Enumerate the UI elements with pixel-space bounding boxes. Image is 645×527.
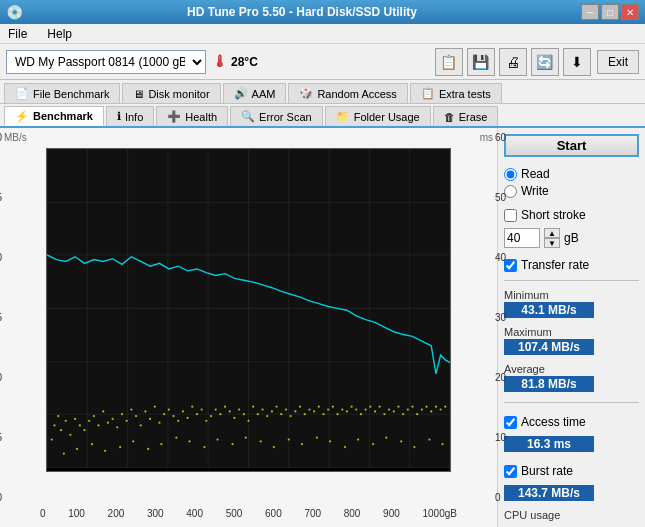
tab-random-access[interactable]: 🎲 Random Access [288, 83, 407, 103]
stroke-down-button[interactable]: ▼ [544, 238, 560, 248]
tab-extra-tests[interactable]: 📋 Extra tests [410, 83, 502, 103]
start-button[interactable]: Start [504, 134, 639, 157]
copy-icon-button[interactable]: 📋 [435, 48, 463, 76]
y-axis-left: 150 125 100 75 50 25 0 [0, 132, 2, 503]
svg-point-58 [229, 410, 231, 412]
svg-point-70 [285, 408, 287, 410]
svg-point-87 [365, 408, 367, 410]
svg-point-27 [83, 429, 85, 431]
main-area: MB/s ms 150 125 100 75 50 25 0 60 50 40 … [0, 128, 645, 527]
svg-point-39 [140, 424, 142, 426]
tabs-row2: ⚡ Benchmark ℹ Info ➕ Health 🔍 Error Scan… [0, 104, 645, 128]
svg-point-41 [149, 418, 151, 420]
tab-disk-monitor[interactable]: 🖥 Disk monitor [122, 83, 220, 103]
maximize-button[interactable]: □ [601, 4, 619, 20]
tab-folder-usage[interactable]: 📁 Folder Usage [325, 106, 431, 126]
write-label: Write [521, 184, 549, 198]
temperature-display: 🌡 28°C [212, 53, 258, 71]
access-time-stat: 16.3 ms [504, 435, 639, 452]
burst-rate-stat: 143.7 MB/s [504, 484, 639, 501]
svg-point-100 [425, 406, 427, 408]
svg-point-86 [360, 413, 362, 415]
read-label: Read [521, 167, 550, 181]
folder-usage-icon: 📁 [336, 110, 350, 123]
tab-erase[interactable]: 🗑 Erase [433, 106, 499, 126]
divider2 [504, 402, 639, 403]
svg-point-34 [116, 426, 118, 428]
tab-benchmark[interactable]: ⚡ Benchmark [4, 106, 104, 126]
svg-point-120 [273, 446, 275, 448]
tab-health[interactable]: ➕ Health [156, 106, 228, 126]
download-icon-button[interactable]: ⬇ [563, 48, 591, 76]
svg-point-108 [104, 450, 106, 452]
write-radio-label[interactable]: Write [504, 184, 639, 198]
svg-point-84 [350, 406, 352, 408]
x-600: 600 [265, 508, 282, 519]
minimum-label: Minimum [504, 289, 639, 301]
file-benchmark-icon: 📄 [15, 87, 29, 100]
tabs-row1: 📄 File Benchmark 🖥 Disk monitor 🔊 AAM 🎲 … [0, 80, 645, 104]
health-icon: ➕ [167, 110, 181, 123]
svg-point-43 [158, 422, 160, 424]
x-400: 400 [186, 508, 203, 519]
svg-point-73 [299, 406, 301, 408]
minimize-button[interactable]: ─ [581, 4, 599, 20]
save-icon-button[interactable]: 💾 [467, 48, 495, 76]
access-time-checkbox-label[interactable]: Access time [504, 415, 639, 429]
exit-button[interactable]: Exit [597, 50, 639, 74]
svg-point-89 [374, 410, 376, 412]
y-left-50: 50 [0, 372, 2, 383]
error-scan-icon: 🔍 [241, 110, 255, 123]
short-stroke-label[interactable]: Short stroke [504, 208, 639, 222]
window-controls: ─ □ ✕ [581, 4, 639, 20]
svg-point-42 [154, 406, 156, 408]
y-right-label: ms [480, 132, 493, 143]
tab-aam[interactable]: 🔊 AAM [223, 83, 287, 103]
burst-rate-checkbox-label[interactable]: Burst rate [504, 464, 639, 478]
svg-point-82 [341, 408, 343, 410]
svg-point-132 [441, 443, 443, 445]
y-left-150: 150 [0, 132, 2, 143]
svg-point-117 [231, 443, 233, 445]
x-500: 500 [226, 508, 243, 519]
refresh-icon-button[interactable]: 🔄 [531, 48, 559, 76]
menu-help[interactable]: Help [43, 26, 76, 42]
divider1 [504, 280, 639, 281]
read-radio-label[interactable]: Read [504, 167, 639, 181]
x-1000: 1000gB [422, 508, 456, 519]
svg-point-116 [216, 438, 218, 440]
svg-point-49 [186, 417, 188, 419]
svg-point-125 [344, 446, 346, 448]
svg-point-90 [379, 406, 381, 408]
drive-select[interactable]: WD My Passport 0814 (1000 gB) [6, 50, 206, 74]
print-icon-button[interactable]: 🖨 [499, 48, 527, 76]
svg-point-77 [318, 406, 320, 408]
svg-point-93 [393, 410, 395, 412]
svg-point-119 [260, 440, 262, 442]
stroke-up-button[interactable]: ▲ [544, 228, 560, 238]
menu-file[interactable]: File [4, 26, 31, 42]
y-right-40: 40 [495, 252, 521, 263]
svg-point-71 [290, 415, 292, 417]
tab-error-scan[interactable]: 🔍 Error Scan [230, 106, 323, 126]
svg-point-45 [168, 408, 170, 410]
disk-monitor-icon: 🖥 [133, 88, 144, 100]
svg-point-48 [182, 410, 184, 412]
tab-file-benchmark[interactable]: 📄 File Benchmark [4, 83, 120, 103]
transfer-rate-label[interactable]: Transfer rate [504, 258, 639, 272]
y-left-125: 125 [0, 192, 2, 203]
svg-point-118 [245, 437, 247, 439]
svg-point-129 [400, 440, 402, 442]
svg-point-131 [428, 438, 430, 440]
svg-point-127 [372, 443, 374, 445]
svg-point-112 [160, 443, 162, 445]
svg-point-50 [191, 406, 193, 408]
svg-point-123 [316, 437, 318, 439]
svg-point-29 [93, 415, 95, 417]
x-300: 300 [147, 508, 164, 519]
tab-info[interactable]: ℹ Info [106, 106, 154, 126]
close-button[interactable]: ✕ [621, 4, 639, 20]
y-right-30: 30 [495, 312, 521, 323]
toolbar-icons: 📋 💾 🖨 🔄 ⬇ [435, 48, 591, 76]
svg-point-24 [69, 434, 71, 436]
